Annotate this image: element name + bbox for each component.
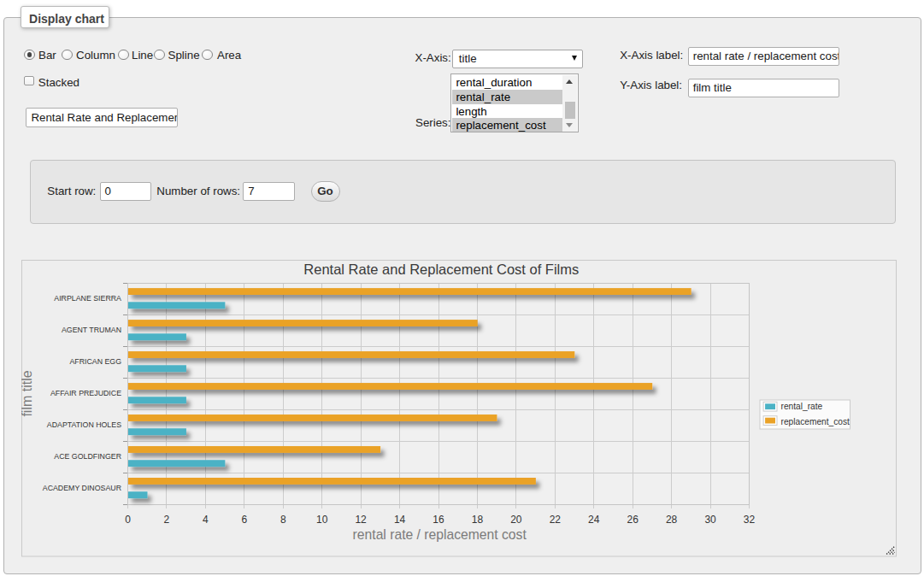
svg-text:rental_rate: rental_rate (780, 402, 822, 411)
svg-text:AFRICAN EGG: AFRICAN EGG (69, 357, 121, 366)
svg-text:rental rate / replacement cost: rental rate / replacement cost (352, 527, 527, 542)
svg-text:28: 28 (665, 514, 677, 526)
svg-text:14: 14 (393, 514, 405, 526)
svg-text:AGENT TRUMAN: AGENT TRUMAN (61, 326, 121, 334)
svg-text:ADAPTATION HOLES: ADAPTATION HOLES (46, 420, 121, 429)
svg-text:film title: film title (21, 370, 34, 416)
svg-text:24: 24 (588, 514, 600, 526)
svg-text:8: 8 (280, 514, 285, 526)
svg-text:AFFAIR PREJUDICE: AFFAIR PREJUDICE (50, 389, 121, 397)
svg-text:16: 16 (433, 514, 444, 526)
svg-text:18: 18 (471, 514, 483, 526)
svg-text:12: 12 (355, 514, 367, 526)
svg-text:0: 0 (125, 514, 131, 526)
svg-text:AIRPLANE SIERRA: AIRPLANE SIERRA (54, 294, 121, 303)
svg-text:Rental Rate and Replacement Co: Rental Rate and Replacement Cost of Film… (303, 262, 579, 277)
svg-text:replacement_cost: replacement_cost (780, 417, 850, 426)
svg-text:10: 10 (316, 514, 328, 526)
svg-text:20: 20 (510, 514, 522, 526)
svg-text:ACADEMY DINOSAUR: ACADEMY DINOSAUR (42, 484, 121, 492)
svg-text:30: 30 (704, 514, 716, 526)
svg-text:6: 6 (241, 514, 247, 526)
svg-text:4: 4 (203, 514, 209, 526)
svg-text:22: 22 (549, 514, 561, 526)
svg-text:ACE GOLDFINGER: ACE GOLDFINGER (54, 452, 121, 461)
svg-text:26: 26 (627, 514, 639, 526)
svg-text:2: 2 (163, 514, 169, 526)
svg-text:32: 32 (743, 514, 755, 526)
